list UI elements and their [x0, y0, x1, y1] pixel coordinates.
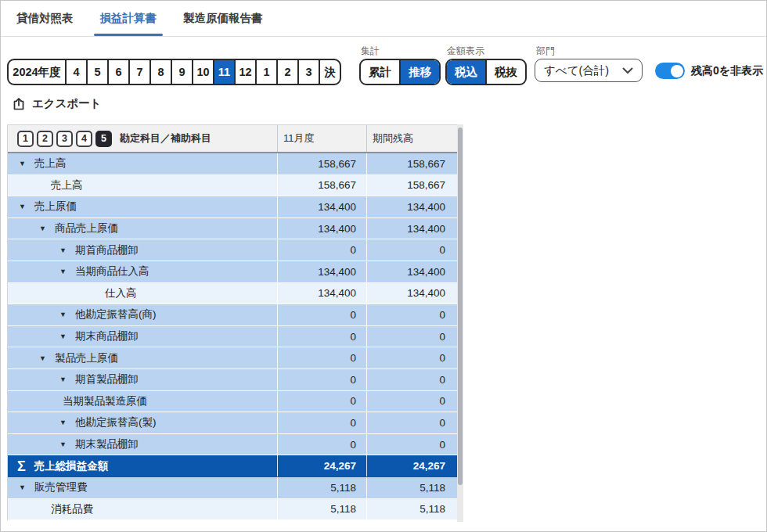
collapse-arrow-icon[interactable]: ▼: [39, 225, 48, 232]
level-button-3[interactable]: 3: [56, 131, 73, 147]
month-value-cell: 0: [277, 326, 366, 347]
export-button[interactable]: エクスポート: [12, 96, 102, 111]
level-button-4[interactable]: 4: [76, 131, 92, 147]
period-month-決[interactable]: 決: [319, 60, 340, 84]
period-month-3[interactable]: 3: [297, 60, 319, 84]
tab-balance-sheet[interactable]: 貸借対照表: [15, 3, 75, 36]
period-month-6[interactable]: 6: [107, 60, 128, 84]
table-row[interactable]: ▼当期商品仕入高134,400134,400: [8, 261, 457, 283]
balance-value-cell: 0: [366, 434, 456, 455]
account-header-label: 勘定科目／補助科目: [120, 131, 211, 146]
account-name-label: 当期商品仕入高: [75, 264, 149, 279]
balance-value-cell: 5,118: [366, 499, 456, 520]
account-name-label: 期首商品棚卸: [75, 243, 139, 257]
period-month-12[interactable]: 12: [234, 60, 255, 84]
table-row[interactable]: ▼期末商品棚卸00: [8, 326, 457, 348]
tax-display-label: 金額表示: [447, 45, 484, 58]
month-value-cell: 0: [277, 347, 366, 368]
tax-display-option-0[interactable]: 税込: [447, 60, 485, 84]
collapse-arrow-icon[interactable]: ▼: [59, 246, 68, 254]
level-button-1[interactable]: 1: [17, 131, 34, 147]
table-row[interactable]: ▼期末製品棚卸00: [8, 434, 457, 456]
table-row[interactable]: ▼販売管理費5,1185,118: [8, 477, 457, 499]
balance-value-cell: 0: [366, 369, 456, 390]
period-month-5[interactable]: 5: [86, 60, 107, 84]
collapse-arrow-icon[interactable]: ▼: [59, 311, 68, 318]
collapse-arrow-icon[interactable]: ▼: [59, 376, 68, 383]
month-value-cell: 0: [277, 412, 366, 433]
account-name-label: 期末製品棚卸: [75, 437, 139, 451]
account-header-cell: 12345 勘定科目／補助科目: [8, 125, 277, 152]
tab-bar: 貸借対照表損益計算書製造原価報告書: [1, 1, 766, 37]
tax-display-option-1[interactable]: 税抜: [485, 60, 525, 84]
table-row[interactable]: 消耗品費5,1185,118: [8, 499, 457, 521]
table-row[interactable]: ▼売上高158,667158,667: [8, 153, 457, 175]
account-name-cell: 消耗品費: [8, 499, 277, 520]
table-row[interactable]: Σ売上総損益金額24,26724,267: [8, 455, 457, 477]
table-row[interactable]: 仕入高134,400134,400: [8, 283, 457, 305]
account-name-label: 売上高: [51, 178, 83, 192]
table-row[interactable]: ▼期首製品棚卸00: [8, 369, 457, 391]
table-scrollbar[interactable]: [457, 124, 463, 522]
account-name-cell: ▼商品売上原価: [8, 218, 277, 239]
collapse-arrow-icon[interactable]: ▼: [39, 354, 48, 362]
balance-value-cell: 0: [366, 304, 456, 325]
collapse-arrow-icon[interactable]: ▼: [59, 268, 68, 275]
balance-value-cell: 5,118: [366, 477, 456, 498]
account-name-label: 売上総損益金額: [34, 459, 109, 473]
collapse-arrow-icon[interactable]: ▼: [19, 160, 27, 167]
level-button-5[interactable]: 5: [95, 131, 112, 147]
balance-value-cell: 134,400: [366, 218, 456, 239]
department-select[interactable]: すべて(合計): [535, 59, 643, 82]
sigma-icon: Σ: [17, 459, 26, 473]
export-button-label: エクスポート: [32, 96, 102, 111]
collapse-arrow-icon[interactable]: ▼: [59, 440, 68, 448]
period-month-11[interactable]: 11: [213, 60, 234, 84]
balance-value-cell: 158,667: [366, 153, 456, 174]
table-row[interactable]: ▼売上原価134,400134,400: [8, 196, 457, 218]
period-month-4[interactable]: 4: [65, 60, 86, 84]
table-row[interactable]: ▼製品売上原価00: [8, 347, 457, 369]
tab-profit-loss[interactable]: 損益計算書: [99, 3, 159, 36]
table-grid: 12345 勘定科目／補助科目 11月度 期間残高 ▼売上高158,667158…: [7, 124, 457, 520]
collapse-arrow-icon[interactable]: ▼: [19, 203, 27, 210]
account-name-label: 販売管理費: [34, 480, 88, 494]
period-month-2[interactable]: 2: [276, 60, 297, 84]
balance-value-cell: 134,400: [366, 196, 456, 217]
period-month-8[interactable]: 8: [149, 60, 171, 84]
month-value-cell: 158,667: [277, 175, 366, 196]
level-button-2[interactable]: 2: [37, 131, 53, 147]
table-scrollbar-thumb[interactable]: [458, 128, 463, 485]
period-month-10[interactable]: 10: [192, 60, 213, 84]
table-row[interactable]: ▼他勘定振替高(製)00: [8, 412, 457, 434]
period-month-7[interactable]: 7: [128, 60, 149, 84]
period-month-1[interactable]: 1: [255, 60, 276, 84]
account-name-label: 売上高: [34, 156, 67, 171]
hide-zero-balance-label: 残高0を非表示: [691, 64, 763, 78]
table-row[interactable]: 売上高158,667158,667: [8, 175, 457, 197]
level-buttons: 12345: [17, 131, 115, 147]
table-row[interactable]: ▼商品売上原価134,400134,400: [8, 218, 457, 240]
account-name-cell: ▼売上高: [8, 153, 277, 174]
collapse-arrow-icon[interactable]: ▼: [59, 419, 68, 426]
table-row[interactable]: ▼期首商品棚卸00: [8, 239, 457, 261]
collapse-arrow-icon[interactable]: ▼: [19, 483, 27, 491]
table-row[interactable]: ▼他勘定振替高(商)00: [8, 304, 457, 326]
account-name-label: 商品売上原価: [55, 221, 118, 235]
tab-manufacturing-cost[interactable]: 製造原価報告書: [182, 3, 265, 36]
table-row[interactable]: 当期製品製造原価00: [8, 391, 457, 413]
aggregation-option-0[interactable]: 累計: [361, 60, 399, 84]
account-name-label: 他勘定振替高(商): [75, 307, 157, 322]
month-value-cell: 134,400: [277, 218, 366, 239]
report-page: 貸借対照表損益計算書製造原価報告書 2024年度456789101112123決…: [0, 0, 767, 532]
balance-value-cell: 134,400: [366, 283, 456, 304]
tax-display-segmented-control: 税込税抜: [445, 59, 527, 85]
hide-zero-balance-toggle[interactable]: [655, 63, 685, 79]
collapse-arrow-icon[interactable]: ▼: [59, 332, 68, 340]
balance-value-cell: 24,267: [366, 455, 456, 476]
balance-column-header: 期間残高: [366, 125, 456, 152]
aggregation-option-1[interactable]: 推移: [399, 60, 439, 84]
period-month-9[interactable]: 9: [171, 60, 192, 84]
table-header-row: 12345 勘定科目／補助科目 11月度 期間残高: [8, 124, 457, 153]
account-name-cell: ▼期末商品棚卸: [8, 326, 277, 347]
